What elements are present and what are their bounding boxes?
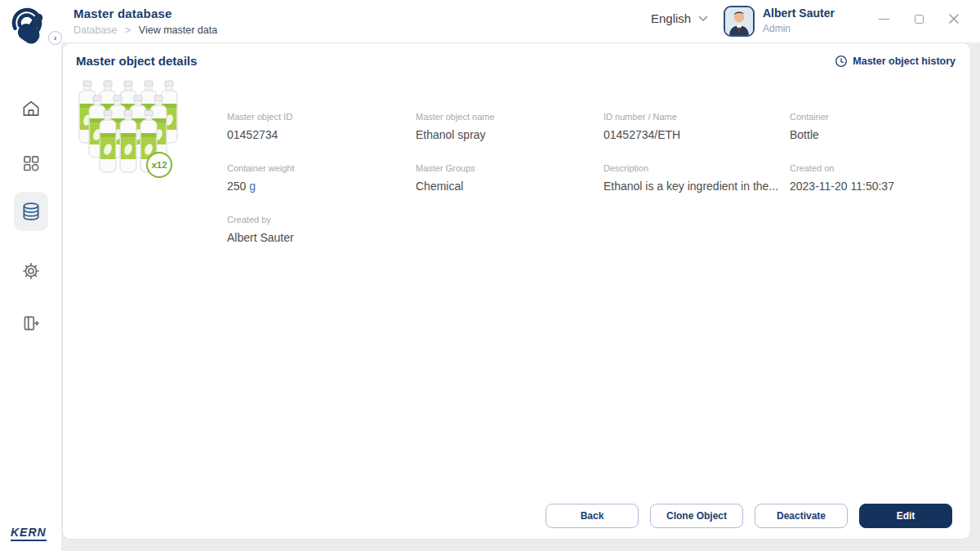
breadcrumb-current: View master data — [139, 24, 217, 36]
field-master-object-id: Master object ID 01452734 — [227, 112, 416, 163]
fields-grid: Master object ID 01452734 Master object … — [227, 112, 961, 266]
weight-unit[interactable]: g — [249, 180, 256, 193]
field-value: 01452734 — [227, 128, 416, 141]
product-image: x12 — [76, 79, 198, 184]
field-value: Bottle — [790, 128, 961, 141]
maximize-button[interactable] — [910, 10, 928, 28]
deactivate-button[interactable]: Deactivate — [755, 504, 848, 528]
field-master-object-name: Master object name Ethanol spray — [416, 112, 604, 163]
history-clock-icon — [835, 55, 848, 68]
top-header: › Master database Database > View master… — [0, 0, 980, 42]
sidebar-item-apps[interactable] — [14, 146, 48, 180]
master-object-history-link[interactable]: Master object history — [835, 55, 956, 68]
apps-grid-icon — [20, 153, 42, 174]
sidebar-item-settings[interactable] — [14, 254, 48, 288]
pack-quantity-badge: x12 — [146, 152, 172, 178]
field-value: 2023-11-20 11:50:37 — [790, 180, 961, 193]
field-label: Master object name — [416, 112, 604, 122]
user-block[interactable]: Albert Sauter Admin — [763, 7, 835, 34]
breadcrumb-separator: > — [125, 24, 131, 36]
gear-icon — [20, 260, 42, 282]
breadcrumb-parent[interactable]: Database — [74, 24, 118, 36]
sidebar: KERN — [0, 42, 61, 551]
field-label: Container — [790, 112, 961, 122]
field-label: Container weight — [227, 163, 416, 173]
sidebar-item-logout[interactable] — [14, 306, 48, 340]
history-link-label: Master object history — [853, 56, 956, 67]
field-created-on: Created on 2023-11-20 11:50:37 — [790, 163, 961, 215]
field-master-groups: Master Groups Chemical — [416, 163, 604, 215]
close-button[interactable] — [945, 10, 963, 28]
clone-object-button[interactable]: Clone Object — [650, 504, 743, 528]
master-object-details-card: Master object details Master object hist… — [62, 42, 971, 540]
field-value: Chemical — [416, 180, 604, 193]
home-icon — [20, 98, 42, 119]
user-role: Admin — [763, 23, 835, 34]
action-button-row: Back Clone Object Deactivate Edit — [546, 504, 952, 528]
field-description: Description Ethanol is a key ingredient … — [604, 163, 790, 215]
edit-button[interactable]: Edit — [859, 504, 952, 528]
language-value: English — [651, 11, 691, 25]
database-icon — [20, 201, 42, 222]
weight-number: 250 — [227, 180, 246, 193]
chevron-down-icon — [698, 16, 708, 22]
page-title: Master database — [74, 7, 217, 20]
field-label: ID number / Name — [604, 112, 790, 122]
field-label: Master Groups — [416, 163, 604, 173]
maximize-icon — [915, 15, 924, 24]
field-value: 01452734/ETH — [604, 128, 790, 141]
minimize-icon — [879, 19, 889, 20]
user-avatar[interactable] — [724, 6, 755, 37]
field-label: Description — [604, 163, 790, 173]
field-container-weight: Container weight 250 g — [227, 163, 416, 215]
field-value: 250 g — [227, 180, 416, 193]
title-block: Master database Database > View master d… — [74, 7, 217, 36]
sidebar-item-database[interactable] — [14, 192, 48, 231]
field-value: Ethanol spray — [416, 128, 604, 141]
field-label: Created on — [790, 163, 961, 173]
logout-icon — [20, 313, 42, 334]
field-created-by: Created by Albert Sauter — [227, 215, 416, 266]
kern-brand-logo: KERN — [11, 526, 47, 541]
field-container: Container Bottle — [790, 112, 961, 163]
field-value: Ethanol is a key ingredient in the... — [604, 180, 790, 193]
card-title: Master object details — [76, 54, 197, 68]
field-id-number-name: ID number / Name 01452734/ETH — [604, 112, 790, 163]
minimize-button[interactable] — [875, 10, 893, 28]
sidebar-expand-button[interactable]: › — [48, 31, 62, 45]
language-selector[interactable]: English — [651, 11, 708, 25]
field-label: Master object ID — [227, 112, 416, 122]
field-value: Albert Sauter — [227, 231, 416, 244]
field-label: Created by — [227, 215, 416, 224]
sidebar-item-home[interactable] — [14, 91, 48, 126]
user-name: Albert Sauter — [763, 7, 835, 20]
back-button[interactable]: Back — [546, 504, 639, 528]
close-icon — [948, 13, 960, 24]
app-touch-logo-icon — [7, 3, 51, 47]
breadcrumb: Database > View master data — [74, 24, 217, 36]
